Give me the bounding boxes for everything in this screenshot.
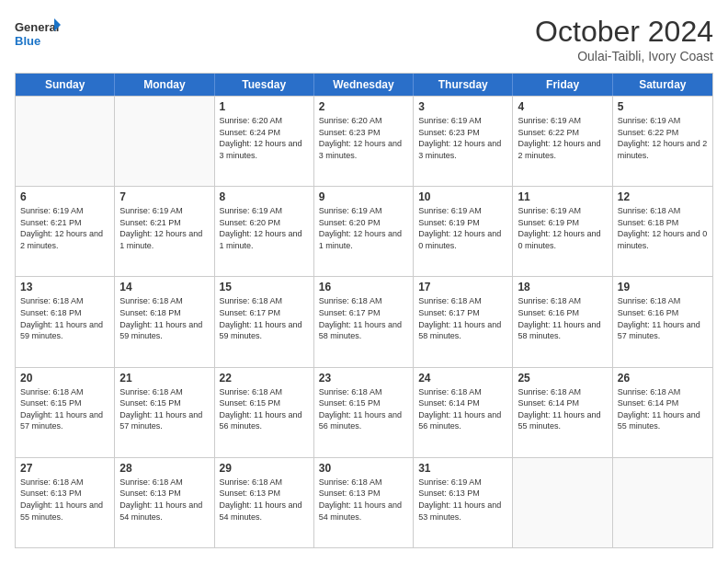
calendar-row-4: 20 Sunrise: 6:18 AMSunset: 6:15 PMDaylig… (16, 367, 712, 457)
day-number: 20 (20, 372, 109, 385)
day-info: Sunrise: 6:18 AMSunset: 6:15 PMDaylight:… (119, 386, 209, 432)
day-cell-25: 25 Sunrise: 6:18 AMSunset: 6:14 PMDaylig… (513, 368, 612, 457)
day-cell-10: 10 Sunrise: 6:19 AMSunset: 6:19 PMDaylig… (414, 187, 513, 276)
day-number: 27 (20, 462, 109, 475)
day-info: Sunrise: 6:18 AMSunset: 6:17 PMDaylight:… (418, 295, 507, 341)
calendar-row-2: 6 Sunrise: 6:19 AMSunset: 6:21 PMDayligh… (16, 186, 712, 276)
day-cell-23: 23 Sunrise: 6:18 AMSunset: 6:15 PMDaylig… (314, 368, 414, 457)
logo: General Blue (15, 15, 61, 53)
day-cell-24: 24 Sunrise: 6:18 AMSunset: 6:14 PMDaylig… (414, 368, 513, 457)
day-number: 18 (518, 281, 607, 293)
svg-text:General: General (15, 20, 59, 34)
header-day-friday: Friday (513, 74, 612, 96)
day-cell-4: 4 Sunrise: 6:19 AMSunset: 6:22 PMDayligh… (513, 97, 612, 186)
day-info: Sunrise: 6:19 AMSunset: 6:22 PMDaylight:… (518, 115, 607, 161)
day-cell-30: 30 Sunrise: 6:18 AMSunset: 6:13 PMDaylig… (314, 458, 414, 547)
empty-cell (16, 97, 115, 186)
day-cell-12: 12 Sunrise: 6:18 AMSunset: 6:18 PMDaylig… (613, 187, 712, 276)
day-number: 10 (418, 190, 507, 203)
day-cell-9: 9 Sunrise: 6:19 AMSunset: 6:20 PMDayligh… (314, 187, 414, 276)
day-info: Sunrise: 6:18 AMSunset: 6:13 PMDaylight:… (119, 477, 209, 523)
day-info: Sunrise: 6:19 AMSunset: 6:22 PMDaylight:… (618, 115, 708, 161)
day-number: 19 (618, 281, 708, 293)
svg-text:Blue: Blue (15, 34, 40, 48)
day-number: 9 (319, 190, 408, 203)
day-info: Sunrise: 6:18 AMSunset: 6:18 PMDaylight:… (618, 205, 708, 251)
day-cell-7: 7 Sunrise: 6:19 AMSunset: 6:21 PMDayligh… (115, 187, 214, 276)
day-cell-31: 31 Sunrise: 6:19 AMSunset: 6:13 PMDaylig… (414, 458, 513, 547)
location: Oulai-Taibli, Ivory Coast (535, 49, 713, 63)
day-cell-8: 8 Sunrise: 6:19 AMSunset: 6:20 PMDayligh… (215, 187, 314, 276)
day-number: 15 (220, 281, 309, 293)
day-info: Sunrise: 6:19 AMSunset: 6:20 PMDaylight:… (220, 205, 309, 251)
day-info: Sunrise: 6:18 AMSunset: 6:13 PMDaylight:… (20, 477, 109, 523)
day-number: 12 (618, 190, 708, 203)
day-cell-28: 28 Sunrise: 6:18 AMSunset: 6:13 PMDaylig… (115, 458, 214, 547)
day-cell-26: 26 Sunrise: 6:18 AMSunset: 6:14 PMDaylig… (613, 368, 712, 457)
day-cell-27: 27 Sunrise: 6:18 AMSunset: 6:13 PMDaylig… (16, 458, 115, 547)
day-cell-19: 19 Sunrise: 6:18 AMSunset: 6:16 PMDaylig… (613, 277, 712, 366)
day-number: 24 (418, 372, 507, 385)
day-info: Sunrise: 6:20 AMSunset: 6:24 PMDaylight:… (220, 115, 309, 161)
day-cell-18: 18 Sunrise: 6:18 AMSunset: 6:16 PMDaylig… (513, 277, 612, 366)
empty-cell (513, 458, 612, 547)
day-number: 25 (518, 372, 607, 385)
day-number: 26 (618, 372, 708, 385)
day-number: 2 (319, 100, 408, 113)
page: General Blue October 2024 Oulai-Taibli, … (0, 0, 728, 563)
day-number: 8 (220, 190, 309, 203)
day-number: 11 (518, 190, 607, 203)
header-day-monday: Monday (115, 74, 214, 96)
calendar-row-1: 1 Sunrise: 6:20 AMSunset: 6:24 PMDayligh… (16, 96, 712, 186)
day-number: 28 (119, 462, 209, 475)
day-number: 14 (119, 281, 209, 293)
day-info: Sunrise: 6:19 AMSunset: 6:21 PMDaylight:… (20, 205, 109, 251)
calendar-row-5: 27 Sunrise: 6:18 AMSunset: 6:13 PMDaylig… (16, 457, 712, 547)
day-info: Sunrise: 6:18 AMSunset: 6:14 PMDaylight:… (618, 386, 708, 432)
header-day-sunday: Sunday (16, 74, 115, 96)
day-info: Sunrise: 6:19 AMSunset: 6:20 PMDaylight:… (319, 205, 408, 251)
day-info: Sunrise: 6:18 AMSunset: 6:16 PMDaylight:… (618, 295, 708, 341)
day-info: Sunrise: 6:18 AMSunset: 6:17 PMDaylight:… (319, 295, 408, 341)
day-info: Sunrise: 6:19 AMSunset: 6:23 PMDaylight:… (418, 115, 507, 161)
day-info: Sunrise: 6:18 AMSunset: 6:15 PMDaylight:… (20, 386, 109, 432)
day-info: Sunrise: 6:18 AMSunset: 6:16 PMDaylight:… (518, 295, 607, 341)
day-cell-21: 21 Sunrise: 6:18 AMSunset: 6:15 PMDaylig… (115, 368, 214, 457)
day-info: Sunrise: 6:19 AMSunset: 6:21 PMDaylight:… (119, 205, 209, 251)
day-cell-17: 17 Sunrise: 6:18 AMSunset: 6:17 PMDaylig… (414, 277, 513, 366)
day-cell-16: 16 Sunrise: 6:18 AMSunset: 6:17 PMDaylig… (314, 277, 414, 366)
empty-cell (613, 458, 712, 547)
day-cell-15: 15 Sunrise: 6:18 AMSunset: 6:17 PMDaylig… (215, 277, 314, 366)
day-cell-11: 11 Sunrise: 6:19 AMSunset: 6:19 PMDaylig… (513, 187, 612, 276)
calendar-row-3: 13 Sunrise: 6:18 AMSunset: 6:18 PMDaylig… (16, 276, 712, 366)
day-cell-14: 14 Sunrise: 6:18 AMSunset: 6:18 PMDaylig… (115, 277, 214, 366)
title-block: October 2024 Oulai-Taibli, Ivory Coast (535, 15, 713, 63)
header-day-thursday: Thursday (414, 74, 513, 96)
day-cell-22: 22 Sunrise: 6:18 AMSunset: 6:15 PMDaylig… (215, 368, 314, 457)
empty-cell (115, 97, 214, 186)
header-day-tuesday: Tuesday (215, 74, 314, 96)
header: General Blue October 2024 Oulai-Taibli, … (15, 15, 713, 63)
day-info: Sunrise: 6:18 AMSunset: 6:18 PMDaylight:… (20, 295, 109, 341)
day-number: 3 (418, 100, 507, 113)
day-number: 7 (119, 190, 209, 203)
day-number: 21 (119, 372, 209, 385)
header-day-wednesday: Wednesday (314, 74, 414, 96)
day-info: Sunrise: 6:20 AMSunset: 6:23 PMDaylight:… (319, 115, 408, 161)
month-title: October 2024 (535, 15, 713, 49)
day-info: Sunrise: 6:18 AMSunset: 6:13 PMDaylight:… (220, 477, 309, 523)
day-info: Sunrise: 6:18 AMSunset: 6:17 PMDaylight:… (220, 295, 309, 341)
day-info: Sunrise: 6:19 AMSunset: 6:19 PMDaylight:… (418, 205, 507, 251)
day-number: 16 (319, 281, 408, 293)
day-info: Sunrise: 6:18 AMSunset: 6:13 PMDaylight:… (319, 477, 408, 523)
day-number: 30 (319, 462, 408, 475)
logo-svg: General Blue (15, 15, 61, 53)
day-number: 23 (319, 372, 408, 385)
header-day-saturday: Saturday (613, 74, 712, 96)
day-cell-1: 1 Sunrise: 6:20 AMSunset: 6:24 PMDayligh… (215, 97, 314, 186)
day-info: Sunrise: 6:19 AMSunset: 6:13 PMDaylight:… (418, 477, 507, 523)
day-info: Sunrise: 6:19 AMSunset: 6:19 PMDaylight:… (518, 205, 607, 251)
day-cell-29: 29 Sunrise: 6:18 AMSunset: 6:13 PMDaylig… (215, 458, 314, 547)
day-number: 1 (220, 100, 309, 113)
calendar: SundayMondayTuesdayWednesdayThursdayFrid… (15, 73, 713, 548)
